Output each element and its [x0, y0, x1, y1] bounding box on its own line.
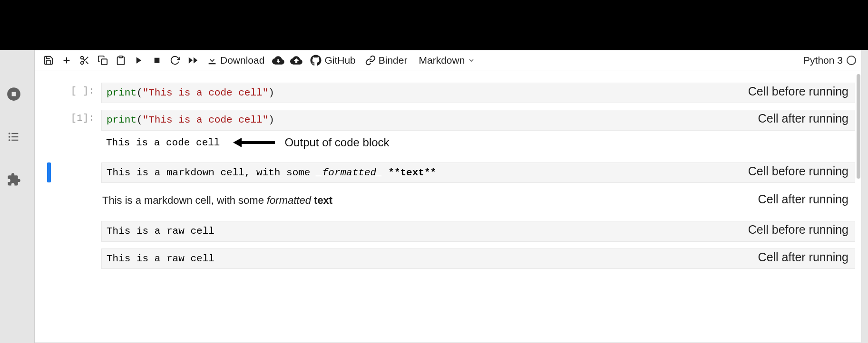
celltype-dropdown[interactable]: Markdown [415, 55, 479, 66]
cell-prompt [40, 221, 101, 224]
activity-bar [0, 50, 28, 343]
code-output: This is a code cell [101, 134, 224, 151]
svg-marker-23 [233, 138, 242, 147]
cloud-upload-icon[interactable] [287, 51, 305, 69]
cell-prompt [40, 162, 101, 165]
kernel-status-icon[interactable] [847, 56, 856, 65]
svg-line-13 [86, 61, 88, 64]
svg-rect-3 [11, 133, 18, 134]
svg-point-6 [9, 139, 10, 141]
svg-marker-17 [137, 57, 142, 64]
svg-rect-16 [119, 56, 122, 57]
stop-icon[interactable] [148, 51, 166, 69]
markdown-cell-rendered[interactable]: This is a markdown cell, with some forma… [40, 191, 855, 210]
github-button[interactable]: GitHub [305, 51, 360, 69]
add-cell-icon[interactable] [58, 51, 76, 69]
markdown-input[interactable]: This is a markdown cell, with some _form… [101, 162, 855, 183]
celltype-label: Markdown [419, 55, 465, 66]
cells-area: [ ]: print("This is a code cell") Cell b… [35, 70, 861, 343]
code-input[interactable]: print("This is a code cell") [101, 83, 855, 103]
window-titlebar [0, 0, 868, 50]
raw-input[interactable]: This is a raw cell [101, 248, 855, 269]
download-label: Download [220, 55, 264, 66]
paste-icon[interactable] [112, 51, 130, 69]
svg-line-14 [83, 58, 85, 60]
notebook-toolbar: Download GitHub Binder Markdown Py [35, 50, 861, 70]
svg-marker-19 [194, 57, 197, 63]
raw-cell[interactable]: This is a raw cell Cell before running [40, 221, 855, 241]
extension-icon[interactable] [7, 172, 21, 187]
svg-rect-5 [11, 136, 18, 137]
cloud-download-icon[interactable] [269, 51, 287, 69]
github-label: GitHub [324, 55, 355, 66]
cell-prompt: [1]: [40, 110, 101, 124]
markdown-rendered[interactable]: This is a markdown cell, with some forma… [101, 191, 855, 210]
toc-icon[interactable] [7, 130, 21, 144]
scrollbar[interactable] [856, 70, 861, 343]
svg-point-10 [81, 56, 84, 59]
svg-rect-18 [155, 57, 160, 63]
svg-rect-1 [12, 92, 16, 96]
code-cell[interactable]: [1]: print("This is a code cell") Cell a… [40, 110, 855, 155]
stop-circle-icon[interactable] [7, 87, 21, 101]
code-cell[interactable]: [ ]: print("This is a code cell") Cell b… [40, 83, 855, 103]
code-input[interactable]: print("This is a code cell") [101, 110, 855, 130]
cut-icon[interactable] [76, 51, 94, 69]
cell-prompt [40, 248, 101, 251]
kernel-name[interactable]: Python 3 [803, 55, 843, 66]
copy-icon[interactable] [94, 51, 112, 69]
output-prompt [40, 134, 101, 137]
svg-point-2 [9, 133, 10, 134]
svg-rect-7 [11, 140, 18, 141]
save-icon[interactable] [39, 51, 58, 69]
markdown-cell[interactable]: This is a markdown cell, with some _form… [40, 162, 855, 183]
raw-input[interactable]: This is a raw cell [101, 221, 855, 241]
raw-cell[interactable]: This is a raw cell Cell after running [40, 248, 855, 269]
output-arrow-label: Output of code block [284, 136, 389, 149]
download-button[interactable]: Download [202, 51, 269, 69]
svg-rect-15 [101, 59, 107, 65]
svg-point-4 [9, 136, 10, 138]
svg-rect-21 [209, 63, 216, 64]
cell-prompt: [ ]: [40, 83, 101, 96]
scrollbar-thumb[interactable] [857, 74, 860, 179]
svg-point-11 [81, 61, 84, 64]
fast-forward-icon[interactable] [184, 51, 202, 69]
restart-icon[interactable] [166, 51, 184, 69]
binder-label: Binder [379, 55, 408, 66]
main-panel: Download GitHub Binder Markdown Py [28, 50, 868, 343]
cell-prompt [40, 191, 101, 194]
run-icon[interactable] [130, 51, 148, 69]
arrow-left-icon [233, 135, 276, 150]
notebook-panel: Download GitHub Binder Markdown Py [34, 50, 861, 343]
chevron-down-icon [468, 57, 475, 64]
binder-button[interactable]: Binder [361, 51, 412, 69]
svg-marker-20 [189, 57, 193, 63]
